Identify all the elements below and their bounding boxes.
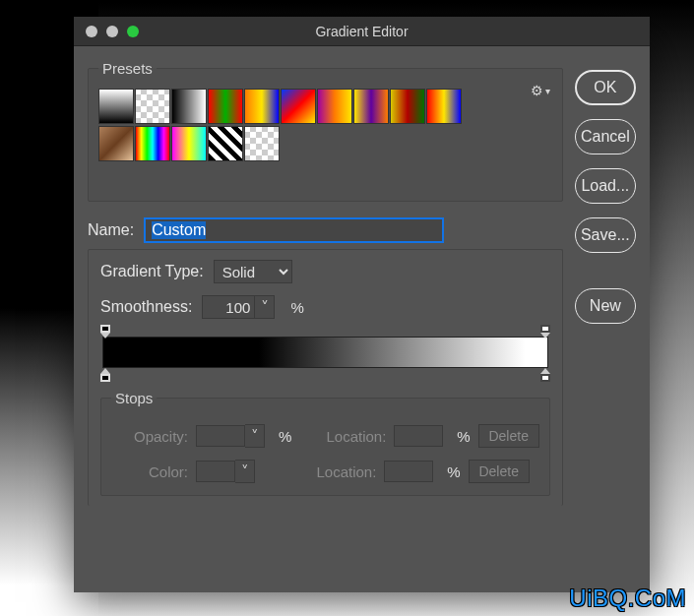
opacity-unit: %: [279, 428, 291, 445]
preset-swatch[interactable]: [281, 89, 316, 124]
stops-panel: Stops Opacity: ˅ % Location: % Delete Co…: [100, 390, 550, 496]
smoothness-input[interactable]: [202, 295, 255, 319]
preset-swatch[interactable]: [317, 89, 352, 124]
preset-swatch[interactable]: [353, 89, 389, 124]
color-stop-left[interactable]: [98, 368, 112, 382]
gradient-type-select[interactable]: Solid: [214, 260, 292, 283]
new-button[interactable]: New: [575, 288, 636, 324]
cancel-button[interactable]: Cancel: [575, 119, 636, 154]
presets-label: Presets: [98, 60, 157, 77]
save-button[interactable]: Save...: [575, 217, 636, 253]
preset-swatch[interactable]: [390, 89, 425, 124]
opacity-input: [196, 425, 245, 447]
gradient-editor-dialog: Gradient Editor Presets ⚙ ▾ Name: Gradie…: [74, 17, 650, 592]
opacity-delete-button: Delete: [478, 424, 539, 448]
smoothness-unit: %: [290, 299, 303, 316]
color-location-input: [384, 461, 433, 482]
color-stop-right[interactable]: [538, 368, 552, 382]
preset-swatch[interactable]: [426, 89, 462, 124]
opacity-stop-left[interactable]: [98, 325, 112, 339]
opacity-stop-right[interactable]: [538, 325, 552, 339]
color-swatch: [196, 461, 235, 482]
gradient-type-label: Gradient Type:: [100, 263, 204, 280]
preset-swatch[interactable]: [171, 89, 207, 124]
gradient-type-panel: Gradient Type: Solid Smoothness: ˅ %: [88, 249, 563, 506]
preset-swatch[interactable]: [244, 126, 280, 161]
load-button[interactable]: Load...: [575, 168, 636, 204]
preset-swatch[interactable]: [171, 126, 207, 161]
color-label: Color:: [111, 463, 188, 480]
watermark: UiBQ.CoM: [569, 585, 686, 612]
caret-down-icon: ▾: [545, 86, 550, 96]
name-input[interactable]: [144, 217, 444, 243]
gradient-bar-area[interactable]: [102, 337, 548, 368]
smoothness-stepper[interactable]: ˅: [255, 295, 275, 319]
stops-legend: Stops: [111, 390, 157, 406]
smoothness-label: Smoothness:: [100, 298, 192, 316]
dialog-title: Gradient Editor: [74, 24, 650, 39]
color-stepper: ˅: [235, 460, 255, 483]
preset-swatch[interactable]: [135, 126, 170, 161]
opacity-location-input: [394, 425, 443, 447]
preset-swatch[interactable]: [208, 89, 243, 124]
gradient-bar[interactable]: [102, 337, 548, 368]
name-label: Name:: [88, 221, 134, 239]
opacity-label: Opacity:: [111, 428, 188, 445]
location-label-2: Location:: [289, 463, 376, 480]
presets-panel: Presets ⚙ ▾: [88, 60, 563, 202]
location-unit-1: %: [457, 428, 470, 445]
location-label-1: Location:: [299, 428, 386, 445]
presets-menu-button[interactable]: ⚙ ▾: [531, 83, 550, 98]
preset-swatch[interactable]: [98, 126, 134, 161]
color-delete-button: Delete: [469, 460, 530, 483]
opacity-stepper: ˅: [245, 424, 265, 448]
preset-swatch[interactable]: [244, 89, 280, 124]
gear-icon: ⚙: [531, 83, 543, 98]
ok-button[interactable]: OK: [575, 70, 636, 105]
location-unit-2: %: [447, 463, 460, 480]
chevron-down-icon: ˅: [261, 298, 269, 317]
dialog-titlebar: Gradient Editor: [74, 17, 650, 46]
preset-swatch[interactable]: [208, 126, 243, 161]
preset-swatch[interactable]: [98, 89, 134, 124]
preset-swatch[interactable]: [135, 89, 170, 124]
